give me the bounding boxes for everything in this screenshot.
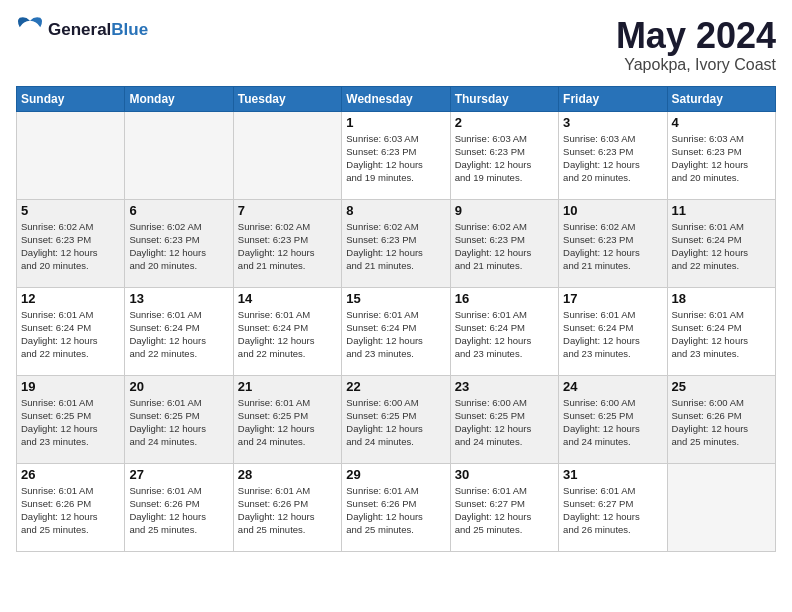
day-number: 28 bbox=[238, 467, 337, 482]
day-info: Sunrise: 6:01 AM Sunset: 6:24 PM Dayligh… bbox=[672, 220, 771, 273]
day-number: 19 bbox=[21, 379, 120, 394]
logo-text: GeneralBlue bbox=[48, 20, 148, 40]
calendar-cell bbox=[233, 111, 341, 199]
calendar-cell: 14Sunrise: 6:01 AM Sunset: 6:24 PM Dayli… bbox=[233, 287, 341, 375]
logo-icon bbox=[16, 16, 44, 44]
day-number: 1 bbox=[346, 115, 445, 130]
day-info: Sunrise: 6:01 AM Sunset: 6:26 PM Dayligh… bbox=[238, 484, 337, 537]
calendar-cell: 23Sunrise: 6:00 AM Sunset: 6:25 PM Dayli… bbox=[450, 375, 558, 463]
calendar-cell: 21Sunrise: 6:01 AM Sunset: 6:25 PM Dayli… bbox=[233, 375, 341, 463]
calendar-day-header: Friday bbox=[559, 86, 667, 111]
calendar-week-row: 12Sunrise: 6:01 AM Sunset: 6:24 PM Dayli… bbox=[17, 287, 776, 375]
day-number: 29 bbox=[346, 467, 445, 482]
calendar-cell: 25Sunrise: 6:00 AM Sunset: 6:26 PM Dayli… bbox=[667, 375, 775, 463]
calendar-cell: 8Sunrise: 6:02 AM Sunset: 6:23 PM Daylig… bbox=[342, 199, 450, 287]
calendar-cell: 12Sunrise: 6:01 AM Sunset: 6:24 PM Dayli… bbox=[17, 287, 125, 375]
day-info: Sunrise: 6:01 AM Sunset: 6:24 PM Dayligh… bbox=[672, 308, 771, 361]
location: Yapokpa, Ivory Coast bbox=[616, 56, 776, 74]
calendar-cell bbox=[125, 111, 233, 199]
day-number: 17 bbox=[563, 291, 662, 306]
calendar-cell: 22Sunrise: 6:00 AM Sunset: 6:25 PM Dayli… bbox=[342, 375, 450, 463]
day-number: 21 bbox=[238, 379, 337, 394]
day-number: 7 bbox=[238, 203, 337, 218]
calendar-day-header: Thursday bbox=[450, 86, 558, 111]
day-info: Sunrise: 6:02 AM Sunset: 6:23 PM Dayligh… bbox=[346, 220, 445, 273]
calendar-week-row: 1Sunrise: 6:03 AM Sunset: 6:23 PM Daylig… bbox=[17, 111, 776, 199]
calendar-cell: 11Sunrise: 6:01 AM Sunset: 6:24 PM Dayli… bbox=[667, 199, 775, 287]
day-info: Sunrise: 6:01 AM Sunset: 6:24 PM Dayligh… bbox=[455, 308, 554, 361]
calendar-table: SundayMondayTuesdayWednesdayThursdayFrid… bbox=[16, 86, 776, 552]
day-number: 20 bbox=[129, 379, 228, 394]
day-info: Sunrise: 6:02 AM Sunset: 6:23 PM Dayligh… bbox=[563, 220, 662, 273]
calendar-cell: 9Sunrise: 6:02 AM Sunset: 6:23 PM Daylig… bbox=[450, 199, 558, 287]
day-number: 18 bbox=[672, 291, 771, 306]
month-year: May 2024 bbox=[616, 16, 776, 56]
day-number: 24 bbox=[563, 379, 662, 394]
calendar-cell: 15Sunrise: 6:01 AM Sunset: 6:24 PM Dayli… bbox=[342, 287, 450, 375]
calendar-cell bbox=[667, 463, 775, 551]
day-info: Sunrise: 6:00 AM Sunset: 6:25 PM Dayligh… bbox=[346, 396, 445, 449]
day-info: Sunrise: 6:01 AM Sunset: 6:27 PM Dayligh… bbox=[455, 484, 554, 537]
calendar-cell: 24Sunrise: 6:00 AM Sunset: 6:25 PM Dayli… bbox=[559, 375, 667, 463]
calendar-day-header: Wednesday bbox=[342, 86, 450, 111]
calendar-week-row: 26Sunrise: 6:01 AM Sunset: 6:26 PM Dayli… bbox=[17, 463, 776, 551]
calendar-day-header: Tuesday bbox=[233, 86, 341, 111]
day-number: 6 bbox=[129, 203, 228, 218]
day-number: 4 bbox=[672, 115, 771, 130]
day-info: Sunrise: 6:03 AM Sunset: 6:23 PM Dayligh… bbox=[455, 132, 554, 185]
calendar-week-row: 5Sunrise: 6:02 AM Sunset: 6:23 PM Daylig… bbox=[17, 199, 776, 287]
day-info: Sunrise: 6:01 AM Sunset: 6:25 PM Dayligh… bbox=[129, 396, 228, 449]
logo: GeneralBlue bbox=[16, 16, 148, 44]
calendar-day-header: Saturday bbox=[667, 86, 775, 111]
calendar-cell: 20Sunrise: 6:01 AM Sunset: 6:25 PM Dayli… bbox=[125, 375, 233, 463]
calendar-cell: 28Sunrise: 6:01 AM Sunset: 6:26 PM Dayli… bbox=[233, 463, 341, 551]
day-number: 14 bbox=[238, 291, 337, 306]
day-info: Sunrise: 6:01 AM Sunset: 6:27 PM Dayligh… bbox=[563, 484, 662, 537]
calendar-cell: 29Sunrise: 6:01 AM Sunset: 6:26 PM Dayli… bbox=[342, 463, 450, 551]
day-info: Sunrise: 6:03 AM Sunset: 6:23 PM Dayligh… bbox=[563, 132, 662, 185]
calendar-body: 1Sunrise: 6:03 AM Sunset: 6:23 PM Daylig… bbox=[17, 111, 776, 551]
calendar-week-row: 19Sunrise: 6:01 AM Sunset: 6:25 PM Dayli… bbox=[17, 375, 776, 463]
day-number: 2 bbox=[455, 115, 554, 130]
day-number: 31 bbox=[563, 467, 662, 482]
page-header: GeneralBlue May 2024 Yapokpa, Ivory Coas… bbox=[16, 16, 776, 74]
calendar-cell: 5Sunrise: 6:02 AM Sunset: 6:23 PM Daylig… bbox=[17, 199, 125, 287]
day-number: 22 bbox=[346, 379, 445, 394]
day-info: Sunrise: 6:03 AM Sunset: 6:23 PM Dayligh… bbox=[672, 132, 771, 185]
day-number: 30 bbox=[455, 467, 554, 482]
calendar-cell: 17Sunrise: 6:01 AM Sunset: 6:24 PM Dayli… bbox=[559, 287, 667, 375]
day-info: Sunrise: 6:00 AM Sunset: 6:25 PM Dayligh… bbox=[563, 396, 662, 449]
calendar-cell: 3Sunrise: 6:03 AM Sunset: 6:23 PM Daylig… bbox=[559, 111, 667, 199]
calendar-cell: 7Sunrise: 6:02 AM Sunset: 6:23 PM Daylig… bbox=[233, 199, 341, 287]
calendar-cell: 1Sunrise: 6:03 AM Sunset: 6:23 PM Daylig… bbox=[342, 111, 450, 199]
day-info: Sunrise: 6:01 AM Sunset: 6:25 PM Dayligh… bbox=[21, 396, 120, 449]
day-info: Sunrise: 6:02 AM Sunset: 6:23 PM Dayligh… bbox=[129, 220, 228, 273]
calendar-cell: 31Sunrise: 6:01 AM Sunset: 6:27 PM Dayli… bbox=[559, 463, 667, 551]
day-number: 10 bbox=[563, 203, 662, 218]
day-number: 3 bbox=[563, 115, 662, 130]
calendar-cell: 4Sunrise: 6:03 AM Sunset: 6:23 PM Daylig… bbox=[667, 111, 775, 199]
day-info: Sunrise: 6:00 AM Sunset: 6:26 PM Dayligh… bbox=[672, 396, 771, 449]
day-number: 5 bbox=[21, 203, 120, 218]
day-number: 16 bbox=[455, 291, 554, 306]
day-info: Sunrise: 6:01 AM Sunset: 6:24 PM Dayligh… bbox=[21, 308, 120, 361]
day-number: 12 bbox=[21, 291, 120, 306]
calendar-cell: 19Sunrise: 6:01 AM Sunset: 6:25 PM Dayli… bbox=[17, 375, 125, 463]
day-info: Sunrise: 6:00 AM Sunset: 6:25 PM Dayligh… bbox=[455, 396, 554, 449]
calendar-cell: 16Sunrise: 6:01 AM Sunset: 6:24 PM Dayli… bbox=[450, 287, 558, 375]
calendar-cell bbox=[17, 111, 125, 199]
day-number: 15 bbox=[346, 291, 445, 306]
day-info: Sunrise: 6:01 AM Sunset: 6:26 PM Dayligh… bbox=[346, 484, 445, 537]
calendar-cell: 18Sunrise: 6:01 AM Sunset: 6:24 PM Dayli… bbox=[667, 287, 775, 375]
calendar-cell: 6Sunrise: 6:02 AM Sunset: 6:23 PM Daylig… bbox=[125, 199, 233, 287]
day-number: 8 bbox=[346, 203, 445, 218]
calendar-cell: 2Sunrise: 6:03 AM Sunset: 6:23 PM Daylig… bbox=[450, 111, 558, 199]
calendar-header-row: SundayMondayTuesdayWednesdayThursdayFrid… bbox=[17, 86, 776, 111]
calendar-day-header: Sunday bbox=[17, 86, 125, 111]
calendar-cell: 26Sunrise: 6:01 AM Sunset: 6:26 PM Dayli… bbox=[17, 463, 125, 551]
title-block: May 2024 Yapokpa, Ivory Coast bbox=[616, 16, 776, 74]
day-number: 26 bbox=[21, 467, 120, 482]
day-info: Sunrise: 6:02 AM Sunset: 6:23 PM Dayligh… bbox=[21, 220, 120, 273]
day-number: 23 bbox=[455, 379, 554, 394]
day-info: Sunrise: 6:01 AM Sunset: 6:24 PM Dayligh… bbox=[238, 308, 337, 361]
